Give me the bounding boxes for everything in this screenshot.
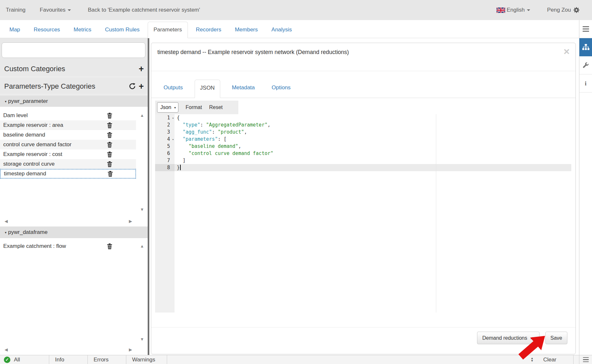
uk-flag-icon (496, 7, 505, 13)
trash-icon[interactable] (108, 171, 113, 177)
gear-icon[interactable] (573, 7, 580, 13)
group-name: pywr_parameter (8, 98, 48, 105)
user-menu[interactable]: Peng Zou (547, 7, 580, 13)
panel-tab-options[interactable]: Options (267, 80, 296, 98)
status-filter-info[interactable]: Info (49, 355, 88, 364)
refresh-categories-button[interactable] (129, 83, 136, 90)
statusbar-menu-button[interactable] (579, 355, 592, 364)
add-custom-category-button[interactable]: + (139, 65, 144, 73)
list-item-label: timestep demand (4, 171, 46, 177)
list-item[interactable]: Example reservoir : area (0, 120, 136, 130)
tab-parameters[interactable]: Parameters (148, 22, 188, 38)
category-search-input[interactable] (2, 42, 145, 58)
tab-metrics[interactable]: Metrics (68, 22, 97, 38)
trash-icon[interactable] (107, 132, 112, 138)
scroll-right-icon[interactable]: ▶ (129, 347, 132, 352)
dropup-label: Demand reductions (482, 335, 527, 341)
code-line[interactable]: "control curve demand factor" (175, 150, 571, 157)
rail-menu-button[interactable] (579, 20, 592, 38)
trash-icon[interactable] (107, 122, 112, 128)
scroll-left-icon[interactable]: ◀ (5, 347, 8, 352)
tab-resources[interactable]: Resources (28, 22, 65, 38)
language-selector[interactable]: English (496, 7, 530, 13)
sort-icon[interactable]: ▲ ▼ (530, 357, 533, 362)
scroll-left-icon[interactable]: ◀ (5, 219, 8, 223)
list-item-label: Dam level (3, 112, 28, 118)
json-code-editor[interactable]: 1▾234▾5678 { "type": "AggregatedParamete… (155, 114, 571, 313)
nav-training[interactable]: Training (6, 7, 26, 13)
check-circle-icon: ✓ (4, 357, 10, 363)
code-line[interactable]: } (175, 164, 571, 171)
scroll-right-icon[interactable]: ▶ (129, 219, 132, 223)
fold-caret-icon[interactable]: ▾ (172, 115, 174, 122)
info-icon: i (585, 80, 586, 87)
tab-members[interactable]: Members (229, 22, 263, 38)
trash-icon[interactable] (107, 161, 112, 167)
panel-tab-outputs[interactable]: Outputs (158, 80, 188, 98)
tab-custom-rules[interactable]: Custom Rules (99, 22, 145, 38)
trash-icon[interactable] (107, 151, 112, 158)
code-line[interactable]: ] (175, 157, 571, 164)
code-line[interactable]: "parameters": [ (175, 136, 571, 143)
trash-icon[interactable] (107, 243, 112, 249)
rail-tools-button[interactable] (579, 56, 592, 74)
format-button[interactable]: Format (186, 105, 202, 110)
list-item[interactable]: control curve demand factor (0, 140, 136, 149)
group-header-pywr-parameter[interactable]: ▾ pywr_parameter (0, 96, 148, 107)
clear-button[interactable]: Clear (543, 357, 556, 363)
scroll-down-icon[interactable]: ▼ (140, 207, 144, 212)
editor-gutter: 1▾234▾5678 (155, 114, 175, 313)
code-line[interactable]: { (175, 114, 571, 121)
back-link[interactable]: Back to 'Example catchment reservoir sys… (88, 7, 200, 13)
list-item[interactable]: timestep demand (0, 169, 136, 179)
print-margin-line (436, 114, 436, 313)
code-line[interactable]: "agg_func": "product", (175, 128, 571, 136)
rail-info-button[interactable]: i (579, 74, 592, 93)
close-icon[interactable]: × (564, 46, 570, 58)
save-label: Save (551, 335, 562, 341)
add-parameter-type-category-button[interactable]: + (139, 83, 144, 90)
trash-icon[interactable] (107, 142, 112, 148)
caret-down-icon (527, 9, 530, 11)
panel-tab-json[interactable]: JSON (195, 80, 220, 98)
code-line[interactable]: "baseline demand", (175, 143, 571, 150)
code-token: "type" (183, 122, 200, 128)
status-filter-errors[interactable]: Errors (88, 355, 126, 364)
tab-recorders[interactable]: Recorders (190, 22, 227, 38)
status-filter-all[interactable]: ✓All (0, 355, 49, 364)
demand-reductions-dropup-button[interactable]: Demand reductions (477, 332, 540, 344)
right-rail: i (579, 20, 592, 355)
list-item[interactable]: baseline demand (0, 130, 136, 140)
trash-icon[interactable] (107, 113, 112, 119)
list-item[interactable]: Dam level (0, 111, 136, 120)
code-token (177, 150, 188, 156)
panel-tab-metadata[interactable]: Metadata (227, 80, 260, 98)
scroll-up-icon[interactable]: ▲ (140, 113, 144, 117)
editor-mode-select[interactable]: Json ▾ (157, 102, 178, 113)
group-header-pywr-dataframe[interactable]: ▾ pywr_dataframe (0, 226, 148, 238)
parameter-type-categories-label: Parameters-Type Categories (4, 82, 95, 91)
save-button[interactable]: Save (545, 332, 567, 344)
scroll-up-icon[interactable]: ▲ (140, 244, 144, 248)
list-item-label: Example catchment : flow (3, 243, 66, 249)
list-item[interactable]: storage control curve (0, 159, 136, 169)
list-item[interactable]: Example catchment : flow (0, 241, 136, 251)
editor-code-area[interactable]: { "type": "AggregatedParameter", "agg_fu… (175, 114, 571, 313)
code-token (177, 136, 183, 142)
scroll-down-icon[interactable]: ▼ (140, 337, 144, 341)
line-number: 3 (155, 128, 175, 136)
list-item[interactable]: Example reservoir : cost (0, 149, 136, 159)
nav-favourites[interactable]: Favourites (40, 7, 71, 13)
reset-button[interactable]: Reset (209, 105, 223, 110)
refresh-icon (129, 83, 136, 90)
tab-map[interactable]: Map (4, 22, 26, 38)
tab-analysis[interactable]: Analysis (266, 22, 297, 38)
code-token: "baseline demand" (188, 143, 238, 149)
status-filter-warnings[interactable]: Warnings (126, 355, 167, 364)
code-line[interactable]: "type": "AggregatedParameter", (175, 121, 571, 128)
status-filter-label: Errors (94, 357, 108, 363)
sort-down-glyph: ▼ (530, 360, 533, 362)
rail-network-button[interactable] (579, 38, 592, 56)
fold-caret-icon[interactable]: ▾ (172, 136, 174, 143)
code-token: , (238, 143, 241, 149)
